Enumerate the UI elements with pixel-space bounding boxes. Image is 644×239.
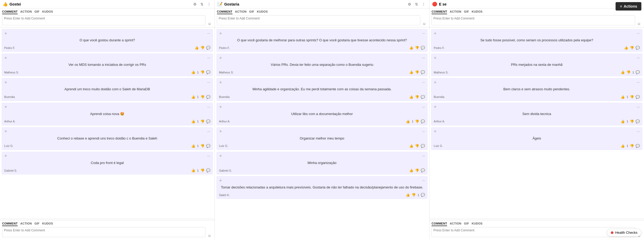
card-comment-button[interactable]: 💬 <box>421 70 425 74</box>
sort-icon[interactable]: ⇅ <box>414 2 419 7</box>
sort-icon[interactable]: ⇅ <box>199 2 205 7</box>
star-icon[interactable]: ★ <box>4 129 7 133</box>
like-button[interactable]: 👍 <box>191 95 195 99</box>
like-button[interactable]: 👍 <box>409 144 413 148</box>
dislike-button[interactable]: 👎 <box>200 70 205 74</box>
tab-kudos[interactable]: KUDOS <box>472 9 482 14</box>
tab-kudos[interactable]: KUDOS <box>42 9 53 14</box>
card-comment-button[interactable]: 💬 <box>421 95 425 99</box>
star-icon[interactable]: ★ <box>219 154 222 158</box>
star-icon[interactable]: ★ <box>434 80 437 84</box>
star-icon[interactable]: ★ <box>434 31 437 35</box>
card-more-button[interactable]: ··· <box>422 129 425 133</box>
like-button[interactable]: 👍 <box>191 120 195 123</box>
more-icon[interactable]: ⋮ <box>421 2 427 7</box>
star-icon[interactable]: ★ <box>4 105 7 109</box>
tab-comment[interactable]: COMMENT <box>217 9 232 14</box>
dislike-button[interactable]: 👎 <box>415 70 419 74</box>
card-comment-button[interactable]: 💬 <box>421 144 425 148</box>
card-more-button[interactable]: ··· <box>422 105 425 109</box>
bottom-tab-comment[interactable]: COMMENT <box>432 221 447 226</box>
dislike-button[interactable]: 👎 <box>415 144 419 148</box>
card-more-button[interactable]: ··· <box>207 105 210 109</box>
card-more-button[interactable]: ··· <box>207 154 210 158</box>
card-comment-button[interactable]: 💬 <box>206 95 210 99</box>
tab-gif[interactable]: GIF <box>34 9 39 14</box>
like-button[interactable]: 👍 <box>191 168 195 172</box>
comment-input[interactable] <box>217 15 420 25</box>
card-more-button[interactable]: ··· <box>207 31 210 35</box>
star-icon[interactable]: ★ <box>219 178 222 182</box>
like-button[interactable]: 👍 <box>624 46 628 50</box>
tab-action[interactable]: ACTION <box>235 9 247 14</box>
star-icon[interactable]: ★ <box>219 31 222 35</box>
card-more-button[interactable]: ··· <box>207 129 210 133</box>
star-icon[interactable]: ★ <box>4 56 7 60</box>
card-more-button[interactable]: ··· <box>637 31 640 35</box>
like-button[interactable]: 👍 <box>409 95 413 99</box>
tab-action[interactable]: ACTION <box>450 9 461 14</box>
tab-comment[interactable]: COMMENT <box>2 9 18 14</box>
card-more-button[interactable]: ··· <box>422 178 425 182</box>
star-icon[interactable]: ★ <box>4 31 7 35</box>
bottom-tab-kudos[interactable]: KUDOS <box>472 221 482 226</box>
tab-gif[interactable]: GIF <box>464 9 469 14</box>
star-icon[interactable]: ★ <box>219 129 222 133</box>
card-comment-button[interactable]: 💬 <box>421 120 425 123</box>
tab-action[interactable]: ACTION <box>20 9 32 14</box>
emoji-button[interactable]: ☺ <box>636 21 642 26</box>
bottom-tab-gif[interactable]: GIF <box>464 221 469 226</box>
bottom-tab-action[interactable]: ACTION <box>20 221 32 226</box>
card-more-button[interactable]: ··· <box>422 31 425 35</box>
actions-button[interactable]: ≡ Actions <box>616 2 641 11</box>
star-icon[interactable]: ★ <box>219 56 222 60</box>
star-icon[interactable]: ★ <box>4 154 7 158</box>
bottom-tab-kudos[interactable]: KUDOS <box>42 221 53 226</box>
card-comment-button[interactable]: 💬 <box>206 120 210 123</box>
card-comment-button[interactable]: 💬 <box>421 193 425 197</box>
card-more-button[interactable]: ··· <box>422 154 425 158</box>
star-icon[interactable]: ★ <box>434 105 437 109</box>
bottom-emoji-button[interactable]: ☺ <box>206 233 212 238</box>
dislike-button[interactable]: 👎 <box>630 46 634 50</box>
card-more-button[interactable]: ··· <box>207 56 210 60</box>
tab-comment[interactable]: COMMENT <box>432 9 447 14</box>
card-more-button[interactable]: ··· <box>637 80 640 84</box>
card-more-button[interactable]: ··· <box>422 56 425 60</box>
bottom-comment-input[interactable] <box>432 227 635 237</box>
emoji-button[interactable]: ☺ <box>421 21 427 26</box>
star-icon[interactable]: ★ <box>434 129 437 133</box>
dislike-button[interactable]: 👎 <box>415 95 419 99</box>
tab-gif[interactable]: GIF <box>249 9 254 14</box>
star-icon[interactable]: ★ <box>434 56 437 60</box>
like-button[interactable]: 👍 <box>409 70 413 74</box>
dislike-button[interactable]: 👎 <box>412 193 416 197</box>
comment-input[interactable] <box>2 15 205 25</box>
more-icon[interactable]: ⋮ <box>206 2 212 7</box>
bottom-tab-comment[interactable]: COMMENT <box>2 221 18 226</box>
card-comment-button[interactable]: 💬 <box>421 46 425 50</box>
like-button[interactable]: 👍 <box>621 120 625 123</box>
star-icon[interactable]: ★ <box>219 105 222 109</box>
dislike-button[interactable]: 👎 <box>630 120 634 123</box>
card-more-button[interactable]: ··· <box>637 56 640 60</box>
settings-icon[interactable]: ⚙ <box>192 2 198 7</box>
emoji-button[interactable]: ☺ <box>206 21 212 26</box>
like-button[interactable]: 👍 <box>191 70 195 74</box>
card-comment-button[interactable]: 💬 <box>206 70 210 74</box>
dislike-button[interactable]: 👎 <box>415 168 419 172</box>
bottom-tab-action[interactable]: ACTION <box>450 221 461 226</box>
dislike-button[interactable]: 👎 <box>200 46 205 50</box>
card-comment-button[interactable]: 💬 <box>421 168 425 172</box>
bottom-comment-input[interactable] <box>2 227 205 237</box>
card-more-button[interactable]: ··· <box>637 105 640 109</box>
dislike-button[interactable]: 👎 <box>630 95 634 99</box>
star-icon[interactable]: ★ <box>219 80 222 84</box>
like-button[interactable]: 👍 <box>621 144 625 148</box>
like-button[interactable]: 👍 <box>195 46 199 50</box>
card-comment-button[interactable]: 💬 <box>636 144 640 148</box>
like-button[interactable]: 👍 <box>406 120 410 123</box>
card-more-button[interactable]: ··· <box>422 80 425 84</box>
like-button[interactable]: 👍 <box>191 144 195 148</box>
card-comment-button[interactable]: 💬 <box>206 144 210 148</box>
